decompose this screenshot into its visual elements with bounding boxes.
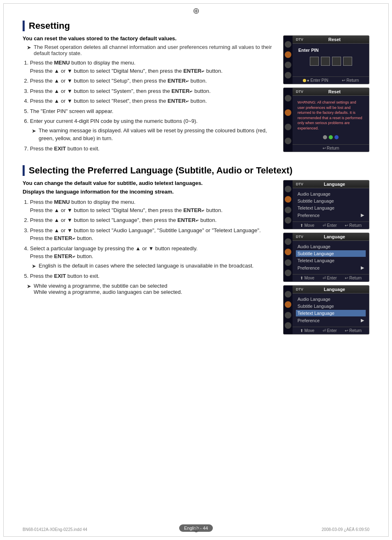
- language-note-viewing-text: While viewing a programme, the subtitle …: [34, 283, 182, 295]
- language-steps-list: Press the MENU button to display the men…: [23, 198, 275, 280]
- language-panel-1: DTV Language Audio Language Subtitle Lan…: [283, 180, 369, 229]
- resetting-step-6: Enter your current 4-digit PIN code by u…: [30, 117, 275, 143]
- pin-box-3: [332, 57, 341, 66]
- resetting-step-3: Press the ▲ or ▼ button to select "Syste…: [30, 87, 275, 95]
- resetting-note1-text: The Reset operation deletes all channel …: [34, 44, 275, 56]
- arrow-icon-v1: ➤: [27, 283, 31, 289]
- tv-header-l1: DTV Language: [293, 180, 369, 188]
- resetting-note1: ➤ The Reset operation deletes all channe…: [23, 44, 275, 56]
- tv-left-bar-2: [284, 88, 293, 152]
- footer-move-l2: ⬆ Move: [300, 276, 314, 280]
- tv-right-l3: DTV Language Audio Language Subtitle Lan…: [293, 286, 369, 334]
- language-step-4-note-text: English is the default in cases where th…: [39, 262, 254, 270]
- enter-bold-4: ENTER↵: [168, 98, 189, 104]
- reset-panel-2: DTV Reset WARNING: All channel settings …: [283, 88, 369, 152]
- tv-footer-l3: ⬆ Move ⏎ Enter ↩ Return: [293, 327, 369, 334]
- pin-box-1: [310, 57, 319, 66]
- language-step-2: Press the ▲ or ▼ button to select "Langu…: [30, 216, 275, 224]
- enter-bold-s2-1: ENTER↵: [183, 207, 205, 213]
- enter-bold-1: ENTER↵: [183, 68, 205, 74]
- resetting-step-7: Press the EXIT button to exit.: [30, 145, 275, 153]
- tv-title-2: Reset: [328, 89, 341, 94]
- footer-enter-l2: ⏎ Enter: [323, 276, 337, 280]
- language-step-1: Press the MENU button to display the men…: [30, 198, 275, 214]
- compass-bottom-icon: ⊕: [193, 525, 199, 534]
- tv-body-1: Enter PIN: [293, 44, 369, 76]
- tv-icon-l3-3: [285, 312, 291, 318]
- tv-icon-5: [285, 95, 291, 102]
- resetting-step-1: Press the MENU button to display the men…: [30, 59, 275, 75]
- footer-enter-pin: ● Enter PIN: [303, 78, 328, 83]
- enter-bold-3: ENTER↵: [171, 88, 193, 94]
- tv-icon-l3-4: [285, 322, 291, 329]
- footer-return-l1: ↩ Return: [345, 223, 362, 228]
- tv-body-l3: Audio Language Subtitle Language Teletex…: [293, 293, 369, 327]
- footer-return-l3: ↩ Return: [345, 328, 362, 333]
- tv-icon-8: [285, 138, 291, 144]
- tv-icon-l3-2: [285, 301, 291, 308]
- pin-box-4: [343, 57, 352, 66]
- language-step-4: Select a particular language by pressing…: [30, 245, 275, 270]
- tv-icon-l2-2: [285, 249, 291, 255]
- border-top: [3, 3, 389, 4]
- resetting-section: Resetting You can reset the values store…: [23, 21, 369, 155]
- tv-right-l2: DTV Language Audio Language Subtitle Lan…: [293, 233, 369, 282]
- menu-bold-1: MENU: [54, 60, 70, 66]
- language-panel-3: DTV Language Audio Language Subtitle Lan…: [283, 285, 369, 335]
- tv-body-l2: Audio Language Subtitle Language Teletex…: [293, 241, 369, 274]
- tv-left-bar-l3: [284, 286, 293, 334]
- tv-icon-l1-4: [285, 217, 291, 224]
- enter-pin-label: Enter PIN: [296, 46, 366, 53]
- lang-item-l2-2: Subtitle Language: [296, 250, 366, 257]
- footer-move-l3: ⬆ Move: [300, 328, 314, 333]
- tv-left-bar-l2: [284, 233, 293, 282]
- yellow-dot: [303, 79, 306, 82]
- resetting-title: Resetting: [23, 21, 369, 31]
- footer-return-1: ↩ Return: [342, 78, 359, 83]
- tv-icon-l1-3: [285, 207, 291, 213]
- lang-item-l2-4: Preference ▶: [296, 264, 366, 271]
- tv-icon-6: [285, 109, 291, 116]
- language-layout: You can change the default value for sub…: [23, 180, 369, 335]
- pin-boxes: [296, 53, 366, 69]
- menu-bold-s2-1: MENU: [54, 199, 70, 205]
- dot-blue-1: [334, 135, 339, 139]
- resetting-step-6-note-text: The warning message is displayed. All va…: [39, 127, 275, 143]
- section-divider: [23, 155, 369, 165]
- dtv-label-l3: DTV: [296, 287, 303, 291]
- resetting-steps-list: Press the MENU button to display the men…: [23, 59, 275, 152]
- lang-item-l3-2: Subtitle Language: [296, 303, 366, 309]
- dtv-label-l1: DTV: [296, 182, 303, 186]
- tv-footer-l2: ⬆ Move ⏎ Enter ↩ Return: [293, 274, 369, 282]
- resetting-step-5: The "Enter PIN" screen will appear.: [30, 107, 275, 115]
- tv-right-l1: DTV Language Audio Language Subtitle Lan…: [293, 180, 369, 229]
- footer-enter-l3: ⏎ Enter: [323, 328, 337, 333]
- tv-left-bar-1: [284, 36, 293, 84]
- footer-return-l2: ↩ Return: [345, 276, 362, 280]
- tv-footer-1: ● Enter PIN ↩ Return: [293, 76, 369, 84]
- border-bottom: [3, 536, 389, 537]
- tv-icon-l3-1: [285, 291, 291, 298]
- tv-title-l3: Language: [324, 287, 345, 292]
- tv-right-2: DTV Reset WARNING: All channel settings …: [293, 88, 369, 152]
- resetting-panels: DTV Reset Enter PIN: [283, 35, 369, 152]
- enter-bold-s2-4: ENTER↵: [54, 253, 76, 259]
- reset-panel-1: DTV Reset Enter PIN: [283, 35, 369, 84]
- lang-item-l2-3: Teletext Language: [296, 257, 366, 264]
- lang-item-l1-3: Teletext Language: [296, 205, 366, 211]
- tv-body-2: WARNING: All channel settings and user p…: [293, 96, 369, 144]
- tv-icon-1: [285, 41, 291, 48]
- resetting-step-4: Press the ▲ or ▼ button to select "Reset…: [30, 97, 275, 105]
- tv-title-1: Reset: [328, 37, 341, 42]
- language-title: Selecting the Preferred Language (Subtit…: [23, 165, 369, 176]
- lang-item-l1-4: Preference ▶: [296, 212, 366, 219]
- tv-icon-l2-1: [285, 238, 291, 245]
- lang-item-l3-3: Teletext Language: [296, 310, 366, 316]
- footer-date: 2008-03-09 ¿ÀÈÄ 6:09:50: [322, 527, 369, 532]
- language-step-5: Press the EXIT button to exit.: [30, 272, 275, 280]
- footer-enter-l1: ⏎ Enter: [323, 223, 337, 228]
- tv-icon-7: [285, 124, 291, 130]
- tv-header-l3: DTV Language: [293, 286, 369, 293]
- tv-icon-l1-2: [285, 196, 291, 203]
- tv-icon-l2-4: [285, 270, 291, 276]
